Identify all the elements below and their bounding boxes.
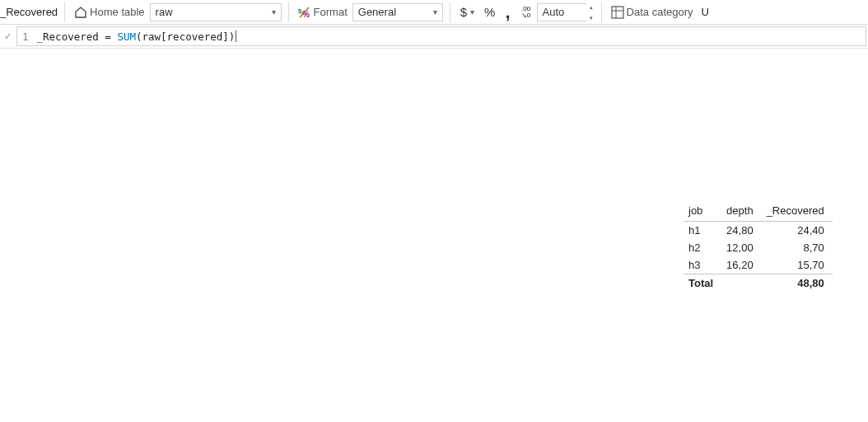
decimals-value: Auto	[543, 6, 565, 18]
decimal-digits-icon[interactable]: .00 ↘0	[516, 3, 537, 21]
table-row[interactable]: h2 12,00 8,70	[684, 239, 833, 256]
table-row[interactable]: h3 16,20 15,70	[684, 256, 833, 274]
format-select[interactable]: General ▾	[352, 3, 443, 21]
data-category-icon	[609, 3, 627, 21]
currency-button[interactable]: $	[457, 5, 470, 19]
percent-button[interactable]: %	[479, 5, 500, 19]
chevron-down-icon: ▾	[433, 7, 437, 16]
cell-job: h3	[684, 256, 721, 274]
formula-expand-icon[interactable]: ✓	[0, 31, 15, 42]
col-header-recovered[interactable]: _Recovered	[762, 201, 833, 222]
separator	[288, 2, 289, 22]
cell-depth: 16,20	[721, 256, 762, 274]
home-table-select[interactable]: raw ▾	[150, 3, 282, 21]
formula-line-number: 1	[22, 30, 29, 43]
report-canvas[interactable]: job depth _Recovered h1 24,80 24,40 h2 1…	[0, 49, 868, 422]
table-header-row: job depth _Recovered	[684, 201, 833, 222]
total-label: Total	[684, 274, 721, 293]
col-header-depth[interactable]: depth	[721, 201, 762, 222]
decimals-spinner[interactable]: ▴ ▾	[588, 4, 595, 21]
separator	[64, 2, 65, 22]
formula-function: SUM	[117, 30, 136, 43]
total-value: 48,80	[762, 274, 833, 293]
data-category-label: Data category	[627, 6, 693, 18]
separator	[601, 2, 602, 22]
cell-job: h2	[684, 239, 721, 256]
home-table-label: Home table	[90, 6, 144, 18]
formula-args: raw[recovered]	[142, 30, 228, 43]
cell-depth: 24,80	[721, 222, 762, 240]
formula-bar-row: ✓ 1 _Recovered = SUM ( raw[recovered] )	[0, 25, 868, 49]
table-total-row: Total 48,80	[684, 274, 833, 293]
truncated-text: U	[702, 6, 709, 18]
cell-value: 8,70	[762, 239, 833, 256]
thousands-button[interactable]: ,	[500, 2, 515, 23]
format-label: Format	[314, 6, 348, 18]
text-caret	[236, 30, 236, 42]
col-header-job[interactable]: job	[684, 201, 721, 222]
chevron-down-icon: ▾	[272, 7, 276, 16]
ribbon-toolbar: _Recovered Home table raw ▾ $ % Format G…	[0, 0, 868, 25]
chevron-down-icon[interactable]: ▾	[470, 7, 479, 16]
separator	[450, 2, 450, 22]
spinner-down-icon[interactable]: ▾	[588, 15, 595, 21]
total-depth	[721, 274, 762, 293]
formula-equals: =	[99, 30, 118, 43]
cell-job: h1	[684, 222, 721, 240]
table-row[interactable]: h1 24,80 24,40	[684, 222, 833, 240]
cell-value: 24,40	[762, 222, 833, 240]
spinner-up-icon[interactable]: ▴	[588, 4, 595, 10]
cell-depth: 12,00	[721, 239, 762, 256]
cell-value: 15,70	[762, 256, 833, 274]
svg-rect-2	[612, 7, 623, 18]
measure-name-field[interactable]: _Recovered	[0, 6, 58, 18]
format-value: General	[358, 6, 396, 18]
decimals-select[interactable]: Auto	[537, 3, 586, 21]
formula-measure-name: _Recovered	[37, 30, 99, 43]
formula-open-paren: (	[136, 30, 142, 43]
home-table-value: raw	[156, 6, 173, 18]
formula-close-paren: )	[229, 30, 236, 43]
formula-bar[interactable]: 1 _Recovered = SUM ( raw[recovered] )	[16, 26, 866, 46]
home-table-icon	[72, 3, 90, 21]
format-icon: $ %	[296, 3, 314, 21]
table-visual[interactable]: job depth _Recovered h1 24,80 24,40 h2 1…	[684, 201, 833, 292]
